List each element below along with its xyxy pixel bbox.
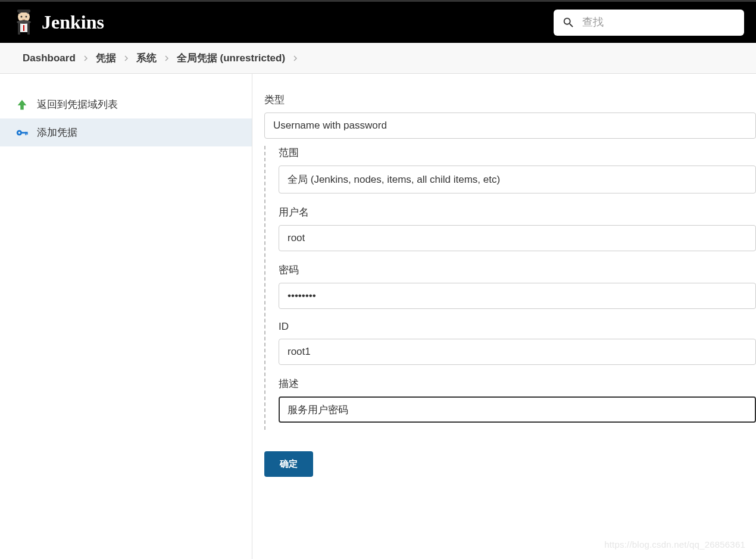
nested-form: 范围 全局 (Jenkins, nodes, items, all child … [264, 146, 756, 430]
submit-button[interactable]: 确定 [264, 451, 313, 477]
main-content: 类型 Username with password 范围 全局 (Jenkins… [252, 74, 756, 559]
svg-point-2 [21, 15, 23, 17]
page-body: 返回到凭据域列表 添加凭据 类型 Username with password … [0, 74, 756, 559]
search-box[interactable] [554, 10, 744, 36]
chevron-right-icon [292, 55, 298, 61]
type-select[interactable]: Username with password [264, 113, 756, 139]
chevron-right-icon [83, 55, 89, 61]
desc-label: 描述 [279, 377, 756, 391]
sidebar-item-add-credentials[interactable]: 添加凭据 [0, 118, 252, 146]
search-icon [562, 16, 575, 29]
password-label: 密码 [279, 263, 756, 277]
header: Jenkins [0, 0, 756, 43]
svg-point-4 [17, 20, 31, 24]
breadcrumb-item-dashboard[interactable]: Dashboard [17, 49, 82, 68]
id-label: ID [279, 321, 756, 333]
breadcrumb-item-system[interactable]: 系统 [130, 48, 163, 68]
password-input[interactable] [279, 283, 756, 309]
breadcrumb: Dashboard 凭据 系统 全局凭据 (unrestricted) [0, 43, 756, 74]
svg-point-3 [26, 15, 27, 17]
chevron-right-icon [164, 55, 170, 61]
jenkins-logo-icon [12, 8, 36, 37]
up-arrow-icon [15, 98, 29, 111]
sidebar-item-back[interactable]: 返回到凭据域列表 [0, 90, 252, 118]
brand-text: Jenkins [42, 11, 104, 33]
chevron-right-icon [123, 55, 129, 61]
type-label: 类型 [264, 93, 756, 107]
sidebar: 返回到凭据域列表 添加凭据 [0, 74, 252, 559]
sidebar-item-label: 返回到凭据域列表 [37, 98, 118, 111]
logo[interactable]: Jenkins [12, 8, 104, 37]
key-icon [15, 126, 29, 139]
scope-select[interactable]: 全局 (Jenkins, nodes, items, all child ite… [279, 165, 756, 193]
username-input[interactable] [279, 225, 756, 251]
search-input[interactable] [582, 16, 736, 29]
svg-rect-7 [21, 132, 27, 133]
svg-point-6 [18, 132, 21, 134]
sidebar-item-label: 添加凭据 [37, 126, 77, 139]
id-input[interactable] [279, 339, 756, 365]
svg-rect-9 [27, 132, 27, 135]
breadcrumb-item-credentials[interactable]: 凭据 [90, 48, 122, 68]
breadcrumb-item-global[interactable]: 全局凭据 (unrestricted) [171, 48, 291, 68]
svg-rect-1 [17, 10, 30, 13]
description-input[interactable] [279, 396, 756, 423]
scope-label: 范围 [279, 146, 756, 160]
username-label: 用户名 [279, 205, 756, 219]
svg-rect-8 [26, 132, 27, 135]
